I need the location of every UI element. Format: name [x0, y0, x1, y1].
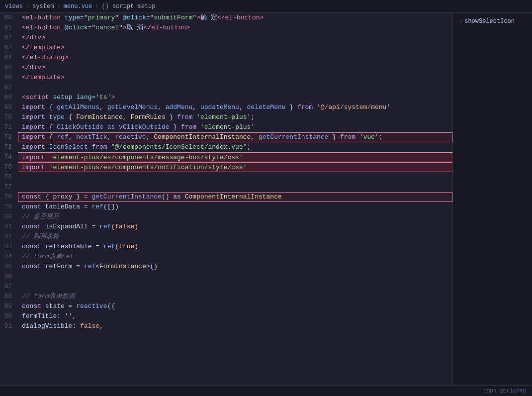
code-line	[18, 282, 452, 292]
line-number: 82	[4, 232, 12, 242]
code-line	[18, 182, 452, 192]
breadcrumb: views › system › menu.vue › () script se…	[0, 0, 532, 13]
code-line: // 刷新表格	[18, 232, 452, 242]
line-number: 66	[4, 73, 12, 83]
code-line: import { getAllMenus, getLevelMenus, add…	[18, 102, 452, 112]
line-number: 74	[4, 152, 12, 162]
code-line: // form表单数据	[18, 292, 452, 301]
breadcrumb-sep3: ›	[95, 3, 98, 10]
line-number: 64	[4, 53, 12, 63]
code-line: </template>	[18, 43, 452, 53]
code-line: const state = reactive({	[18, 301, 452, 311]
breadcrumb-views: views	[5, 3, 23, 10]
line-number: 78	[4, 192, 12, 202]
breadcrumb-sep1: ›	[26, 3, 29, 10]
line-number: 60	[4, 13, 12, 23]
right-panel: › showSelectIcon	[452, 13, 532, 385]
breadcrumb-file: menu.vue	[64, 3, 92, 10]
line-number: 76	[4, 172, 12, 182]
editor-container: views › system › menu.vue › () script se…	[0, 0, 532, 396]
line-number: 80	[4, 212, 12, 222]
code-line: </div>	[18, 33, 452, 43]
line-number: 62	[4, 33, 12, 43]
code-line: import type { FormInstance, FormRules } …	[18, 112, 452, 122]
code-line: import 'element-plus/es/components/notif…	[18, 162, 452, 172]
code-line: formTitle: '',	[18, 311, 452, 321]
code-line: <el-button @click="cancel">取 消</el-butto…	[18, 23, 452, 33]
line-number: 70	[4, 112, 12, 122]
line-number: 71	[4, 122, 12, 132]
line-number: 77	[4, 182, 12, 192]
chevron-right-icon: ›	[459, 18, 462, 25]
line-number: 85	[4, 262, 12, 272]
line-number: 84	[4, 252, 12, 262]
right-panel-label: showSelectIcon	[464, 18, 515, 25]
code-line: // form表单ref	[18, 252, 452, 262]
code-line: const tableData = ref([])	[18, 202, 452, 212]
code-line: dialogVisible: false,	[18, 321, 452, 331]
code-line: import { ClickOutside as vClickOutside }…	[18, 122, 452, 132]
line-number: 61	[4, 23, 12, 33]
code-lines: <el-button type="primary" @click="submit…	[18, 13, 452, 385]
line-number: 88	[4, 292, 12, 301]
code-line: </div>	[18, 63, 452, 73]
code-line: <script setup lang='ts'>	[18, 93, 452, 102]
line-number: 81	[4, 222, 12, 232]
code-line: <el-button type="primary" @click="submit…	[18, 13, 452, 23]
line-number: 73	[4, 142, 12, 152]
breadcrumb-sep2: ›	[57, 3, 60, 10]
line-number: 89	[4, 301, 12, 311]
line-number: 68	[4, 93, 12, 102]
line-number: 69	[4, 102, 12, 112]
code-line: const isExpandAll = ref(false)	[18, 222, 452, 232]
line-number: 87	[4, 282, 12, 292]
right-panel-item[interactable]: › showSelectIcon	[457, 17, 517, 26]
code-line: const refForm = ref<FormInstance>()	[18, 262, 452, 272]
code-line: const { proxy } = getCurrentInstance() a…	[18, 192, 452, 202]
code-line: // 是否展开	[18, 212, 452, 222]
line-number: 75	[4, 162, 12, 172]
line-number: 65	[4, 63, 12, 73]
line-number: 91	[4, 321, 12, 331]
line-number: 72	[4, 132, 12, 142]
line-number: 67	[4, 83, 12, 93]
breadcrumb-system: system	[32, 3, 54, 10]
code-line: import 'element-plus/es/components/messa…	[18, 152, 452, 162]
line-number: 79	[4, 202, 12, 212]
line-numbers: 6061626364656667686970717273747576777879…	[0, 13, 18, 385]
code-line: </template>	[18, 73, 452, 83]
line-number: 86	[4, 272, 12, 282]
code-editor: 6061626364656667686970717273747576777879…	[0, 13, 452, 385]
code-line: </el-dialog>	[18, 53, 452, 63]
status-author: CSDN @EricFRQ	[483, 388, 526, 394]
breadcrumb-scope: () script setup	[101, 3, 155, 10]
code-line: const refreshTable = ref(true)	[18, 242, 452, 252]
code-line	[18, 83, 452, 93]
line-number: 90	[4, 311, 12, 321]
line-number: 83	[4, 242, 12, 252]
line-number: 63	[4, 43, 12, 53]
code-line: import { ref, nextTick, reactive, Compon…	[18, 132, 452, 142]
code-line: import IconSelect from "@/components/Ico…	[18, 142, 452, 152]
status-bar: CSDN @EricFRQ	[0, 385, 532, 396]
code-line	[18, 172, 452, 182]
code-line	[18, 272, 452, 282]
